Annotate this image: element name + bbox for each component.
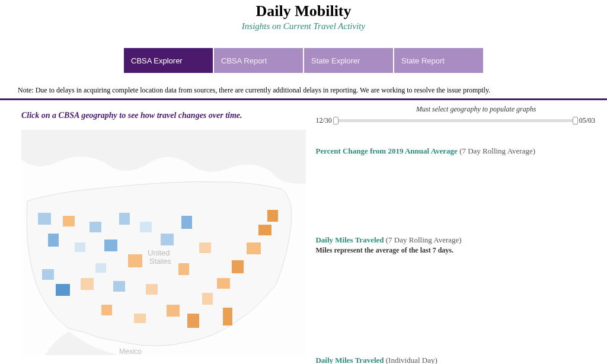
slider-handle-left[interactable] (333, 117, 338, 124)
cbsa-map[interactable]: United States Mexico (21, 130, 306, 355)
section-percent-change: Percent Change from 2019 Annual Average … (315, 146, 595, 156)
tab-cbsa-explorer[interactable]: CBSA Explorer (124, 48, 213, 73)
svg-rect-16 (63, 216, 75, 226)
svg-rect-27 (267, 210, 278, 222)
section-daily-miles-rolling: Daily Miles Traveled (7 Day Rolling Aver… (315, 235, 595, 255)
svg-rect-19 (146, 284, 158, 295)
map-label-us: United (148, 248, 170, 257)
slider-end-label: 05/03 (579, 116, 595, 125)
left-column: Click on a CBSA geography to see how tra… (0, 105, 315, 364)
daily-miles-individual-suffix: (Individual Day) (386, 356, 437, 364)
svg-rect-20 (167, 305, 180, 317)
daily-miles-rolling-title: Daily Miles Traveled (315, 235, 384, 244)
content-area: Click on a CBSA geography to see how tra… (0, 105, 607, 364)
page-title: Daily Mobility (0, 2, 607, 20)
slider-track[interactable] (334, 119, 577, 122)
svg-rect-23 (217, 278, 230, 289)
svg-rect-8 (90, 222, 101, 232)
svg-text:States: States (149, 257, 171, 266)
slider-handle-right[interactable] (573, 117, 578, 124)
divider-bar (0, 98, 607, 100)
tab-state-report[interactable]: State Report (394, 48, 483, 73)
chevron-left-icon[interactable] (104, 49, 123, 72)
svg-rect-26 (258, 225, 271, 235)
right-column: Must select geography to populate graphs… (315, 105, 607, 364)
slider-hint: Must select geography to populate graphs (315, 105, 595, 114)
svg-rect-24 (232, 260, 244, 273)
svg-rect-28 (199, 242, 211, 253)
daily-miles-rolling-sub: Miles represent the average of the last … (315, 246, 595, 255)
svg-rect-4 (48, 234, 59, 247)
svg-rect-17 (81, 278, 94, 290)
svg-rect-32 (101, 305, 112, 315)
page-header: Daily Mobility Insights on Current Trave… (0, 0, 607, 31)
delay-note: Note: Due to delays in acquiring complet… (0, 86, 607, 95)
page-subtitle: Insights on Current Travel Activity (0, 21, 607, 31)
svg-rect-12 (161, 234, 174, 245)
svg-rect-30 (223, 308, 232, 325)
svg-rect-6 (56, 284, 70, 296)
slider-start-label: 12/30 (315, 116, 331, 125)
map-label-mexico: Mexico (119, 347, 142, 355)
svg-rect-18 (128, 254, 142, 267)
percent-change-title: Percent Change from 2019 Annual Average (315, 146, 457, 155)
svg-rect-7 (75, 242, 85, 252)
daily-miles-rolling-suffix: (7 Day Rolling Average) (386, 235, 462, 244)
svg-rect-22 (202, 293, 213, 305)
svg-rect-10 (119, 213, 130, 225)
svg-rect-21 (187, 314, 199, 328)
daily-miles-individual-title: Daily Miles Traveled (315, 356, 384, 364)
svg-rect-3 (38, 213, 51, 225)
percent-change-suffix: (7 Day Rolling Average) (459, 146, 535, 155)
svg-rect-5 (42, 269, 54, 280)
tab-state-explorer[interactable]: State Explorer (304, 48, 393, 73)
svg-rect-15 (95, 263, 106, 273)
svg-rect-31 (134, 314, 146, 323)
tab-cbsa-report[interactable]: CBSA Report (214, 48, 303, 73)
section-daily-miles-individual: Daily Miles Traveled (Individual Day) Me… (315, 356, 595, 364)
svg-rect-13 (181, 216, 192, 229)
date-slider[interactable]: 12/30 05/03 (315, 116, 595, 125)
svg-rect-29 (178, 263, 189, 275)
svg-rect-14 (113, 281, 125, 292)
svg-rect-25 (247, 242, 261, 254)
svg-rect-11 (140, 222, 152, 232)
chevron-right-icon[interactable] (484, 49, 503, 72)
svg-rect-9 (104, 240, 117, 251)
map-instruction: Click on a CBSA geography to see how tra… (21, 111, 315, 120)
tabs-row: CBSA Explorer CBSA Report State Explorer… (0, 48, 607, 73)
